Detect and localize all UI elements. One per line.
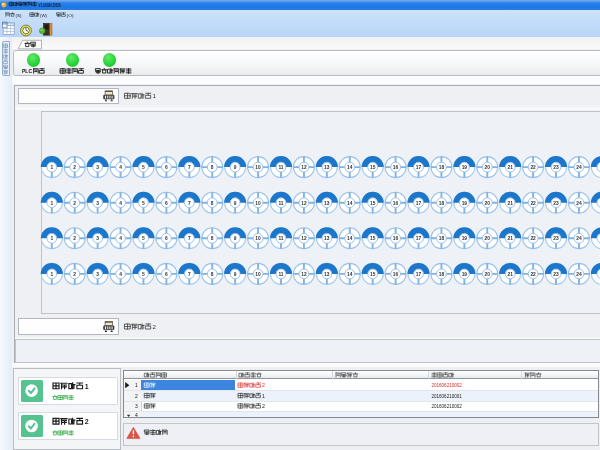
- svg-text:(O): (O): [67, 13, 75, 18]
- svg-text:23: 23: [553, 165, 559, 170]
- svg-text:7: 7: [188, 272, 191, 277]
- svg-text:9: 9: [234, 201, 237, 206]
- svg-text:3: 3: [96, 165, 99, 170]
- svg-text:2: 2: [73, 272, 76, 277]
- svg-text:18: 18: [439, 201, 445, 206]
- svg-text:8: 8: [211, 165, 214, 170]
- svg-text:3: 3: [96, 201, 99, 206]
- svg-text:7: 7: [188, 201, 191, 206]
- svg-text:3: 3: [96, 236, 99, 241]
- svg-text:11: 11: [278, 165, 283, 170]
- svg-text:18: 18: [439, 272, 445, 277]
- svg-text:22: 22: [530, 165, 536, 170]
- svg-text:7: 7: [188, 236, 191, 241]
- svg-text:21: 21: [507, 236, 513, 241]
- svg-text:21: 21: [507, 201, 513, 206]
- svg-text:24: 24: [576, 165, 582, 170]
- svg-text:8: 8: [211, 201, 214, 206]
- svg-text:10: 10: [255, 272, 261, 277]
- svg-text:13: 13: [324, 201, 330, 206]
- svg-text:24: 24: [576, 272, 582, 277]
- svg-text:13: 13: [324, 236, 330, 241]
- svg-text:5: 5: [142, 236, 145, 241]
- svg-text:14: 14: [347, 272, 353, 277]
- svg-text:2: 2: [85, 418, 89, 425]
- svg-text:1: 1: [135, 382, 138, 388]
- svg-text:20: 20: [485, 236, 491, 241]
- svg-text:2: 2: [73, 236, 76, 241]
- svg-text:23: 23: [553, 201, 559, 206]
- svg-text:16: 16: [393, 236, 399, 241]
- svg-text:11: 11: [278, 201, 283, 206]
- svg-text:9: 9: [234, 236, 237, 241]
- svg-text:19: 19: [462, 165, 468, 170]
- svg-text:20: 20: [485, 165, 491, 170]
- svg-text:4: 4: [119, 272, 122, 277]
- svg-text:14: 14: [347, 165, 353, 170]
- svg-text:19: 19: [462, 272, 468, 277]
- svg-text:17: 17: [416, 201, 422, 206]
- svg-text:24: 24: [576, 201, 582, 206]
- svg-text:15: 15: [370, 236, 376, 241]
- svg-text:12: 12: [301, 272, 307, 277]
- svg-text:2: 2: [73, 201, 76, 206]
- svg-text:4: 4: [119, 201, 122, 206]
- svg-text:22: 22: [530, 236, 536, 241]
- svg-text:13: 13: [324, 272, 330, 277]
- svg-text:19: 19: [462, 236, 468, 241]
- svg-text:14: 14: [347, 236, 353, 241]
- svg-text:4: 4: [119, 165, 122, 170]
- svg-text:V1.0.6034.25526: V1.0.6034.25526: [39, 3, 61, 8]
- svg-text:4: 4: [135, 412, 138, 418]
- svg-text:5: 5: [142, 165, 145, 170]
- svg-text:201606210002: 201606210002: [431, 403, 462, 409]
- svg-text:15: 15: [370, 165, 376, 170]
- svg-text:16: 16: [393, 272, 399, 277]
- svg-text:14: 14: [347, 201, 353, 206]
- svg-text:2: 2: [135, 393, 138, 399]
- svg-text:8: 8: [211, 236, 214, 241]
- svg-text:7: 7: [188, 165, 191, 170]
- svg-text:15: 15: [370, 272, 376, 277]
- svg-text:1: 1: [50, 272, 53, 277]
- svg-text:3: 3: [135, 403, 138, 409]
- svg-text:1: 1: [50, 236, 53, 241]
- svg-text:5: 5: [142, 272, 145, 277]
- svg-text:1: 1: [262, 393, 265, 399]
- svg-text:10: 10: [255, 165, 261, 170]
- svg-text:10: 10: [255, 236, 261, 241]
- svg-text:5: 5: [142, 201, 145, 206]
- svg-text:12: 12: [301, 236, 307, 241]
- svg-text:18: 18: [439, 165, 445, 170]
- svg-text:1: 1: [50, 165, 53, 170]
- svg-text:2: 2: [73, 165, 76, 170]
- svg-text:(S): (S): [16, 13, 23, 18]
- svg-text:24: 24: [576, 236, 582, 241]
- svg-text:9: 9: [234, 165, 237, 170]
- svg-text:11: 11: [278, 236, 283, 241]
- svg-text:6: 6: [165, 165, 168, 170]
- svg-text:201606210002: 201606210002: [431, 382, 462, 388]
- svg-text:11: 11: [278, 272, 283, 277]
- svg-text:201606210001: 201606210001: [431, 393, 462, 399]
- svg-text:2: 2: [153, 323, 157, 330]
- svg-text:2: 2: [262, 382, 265, 388]
- svg-text:20: 20: [485, 201, 491, 206]
- svg-text:16: 16: [393, 165, 399, 170]
- svg-text:23: 23: [553, 236, 559, 241]
- svg-text:6: 6: [165, 272, 168, 277]
- svg-text:21: 21: [507, 165, 513, 170]
- svg-text:16: 16: [393, 201, 399, 206]
- svg-text:21: 21: [507, 272, 513, 277]
- svg-text:PLC: PLC: [22, 68, 32, 74]
- svg-text:17: 17: [416, 165, 422, 170]
- svg-text:(W): (W): [40, 13, 48, 18]
- svg-text:12: 12: [301, 165, 307, 170]
- svg-text:1: 1: [85, 383, 89, 390]
- svg-text:4: 4: [119, 236, 122, 241]
- svg-text:17: 17: [416, 236, 422, 241]
- svg-text:22: 22: [530, 272, 536, 277]
- svg-text:15: 15: [370, 201, 376, 206]
- svg-text:1: 1: [50, 201, 53, 206]
- svg-text:6: 6: [165, 236, 168, 241]
